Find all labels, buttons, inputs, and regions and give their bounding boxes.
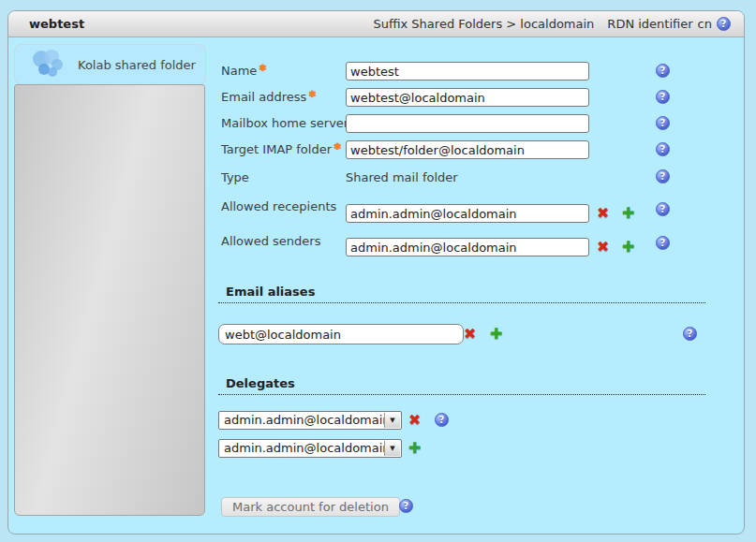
- help-icon[interactable]: ?: [656, 142, 670, 156]
- form-row-email: Email address✱ ?: [8, 88, 744, 110]
- mailbox-home-server-label: Mailbox home server: [221, 116, 348, 130]
- delegate-row-1: admin.admin@localdomain ▼ ✖ ?: [8, 411, 744, 433]
- help-icon[interactable]: ?: [656, 90, 670, 104]
- delete-entry-icon[interactable]: ✖: [597, 240, 609, 255]
- main-panel: webtest Suffix Shared Folders > localdom…: [7, 10, 745, 535]
- page-title: webtest: [29, 17, 84, 31]
- help-icon[interactable]: ?: [399, 499, 413, 513]
- rdn-value: cn: [698, 17, 712, 31]
- breadcrumb: Suffix Shared Folders > localdomain: [373, 17, 594, 31]
- rdn-label: RDN identifier: [607, 17, 692, 31]
- help-icon[interactable]: ?: [683, 327, 697, 341]
- email-label: Email address: [221, 90, 306, 104]
- name-label: Name: [221, 64, 257, 78]
- allowed-senders-input[interactable]: [346, 238, 589, 256]
- add-entry-icon[interactable]: ✚: [622, 206, 634, 221]
- required-star-icon: ✱: [334, 141, 341, 152]
- delete-delegate-icon[interactable]: ✖: [408, 413, 421, 428]
- name-input[interactable]: [346, 62, 589, 81]
- form-row-name: Name✱ ?: [8, 62, 744, 84]
- add-alias-icon[interactable]: ✚: [490, 327, 502, 342]
- add-delegate-icon[interactable]: ✚: [408, 441, 421, 456]
- delegate-select[interactable]: admin.admin@localdomain ▼: [218, 439, 402, 458]
- add-entry-icon[interactable]: ✚: [622, 240, 634, 255]
- delete-alias-icon[interactable]: ✖: [464, 327, 476, 342]
- header-bar: webtest Suffix Shared Folders > localdom…: [8, 11, 744, 37]
- required-star-icon: ✱: [308, 89, 316, 99]
- email-alias-input[interactable]: [218, 324, 464, 344]
- delegate-select-value: admin.admin@localdomain: [219, 440, 385, 457]
- help-icon[interactable]: ?: [656, 64, 670, 78]
- form-row-type: Type Shared mail folder ?: [8, 168, 744, 191]
- help-icon[interactable]: ?: [656, 169, 670, 183]
- form-row-mailbox-home-server: Mailbox home server ?: [8, 114, 744, 137]
- email-input[interactable]: [346, 88, 589, 107]
- delegate-select[interactable]: admin.admin@localdomain ▼: [218, 411, 402, 430]
- header-right: Suffix Shared Folders > localdomain RDN …: [373, 17, 731, 31]
- form-row-allowed-recepients: Allowed recepients ✖ ✚ ?: [8, 198, 744, 229]
- mailbox-home-server-input[interactable]: [346, 114, 589, 133]
- form-row-allowed-senders: Allowed senders ✖ ✚ ?: [8, 232, 744, 264]
- required-star-icon: ✱: [259, 63, 266, 73]
- help-icon[interactable]: ?: [656, 202, 670, 216]
- help-icon[interactable]: ?: [656, 236, 670, 250]
- delegate-row-2: admin.admin@localdomain ▼ ✚: [8, 439, 744, 461]
- target-imap-folder-label: Target IMAP folder: [221, 142, 332, 156]
- help-icon[interactable]: ?: [717, 17, 731, 31]
- type-value: Shared mail folder: [346, 170, 458, 184]
- help-icon[interactable]: ?: [435, 413, 449, 427]
- chevron-down-icon: ▼: [384, 413, 400, 428]
- email-aliases-heading: Email aliases: [218, 285, 705, 303]
- delegate-select-value: admin.admin@localdomain: [219, 412, 385, 429]
- form-row-target-imap-folder: Target IMAP folder✱ ?: [8, 140, 744, 163]
- delegates-heading: Delegates: [218, 376, 705, 395]
- mark-account-for-deletion-button[interactable]: Mark account for deletion: [221, 497, 400, 517]
- email-alias-row: ✖ ✚ ?: [8, 324, 744, 348]
- allowed-senders-label: Allowed senders: [221, 234, 320, 248]
- allowed-recepients-input[interactable]: [346, 204, 589, 223]
- help-icon[interactable]: ?: [656, 116, 670, 130]
- rdn-identifier: RDN identifier cn ?: [607, 17, 731, 31]
- delete-entry-icon[interactable]: ✖: [597, 206, 609, 221]
- target-imap-folder-input[interactable]: [346, 140, 589, 159]
- type-label: Type: [221, 170, 249, 184]
- chevron-down-icon: ▼: [384, 441, 400, 456]
- allowed-recepients-label: Allowed recepients: [221, 199, 336, 213]
